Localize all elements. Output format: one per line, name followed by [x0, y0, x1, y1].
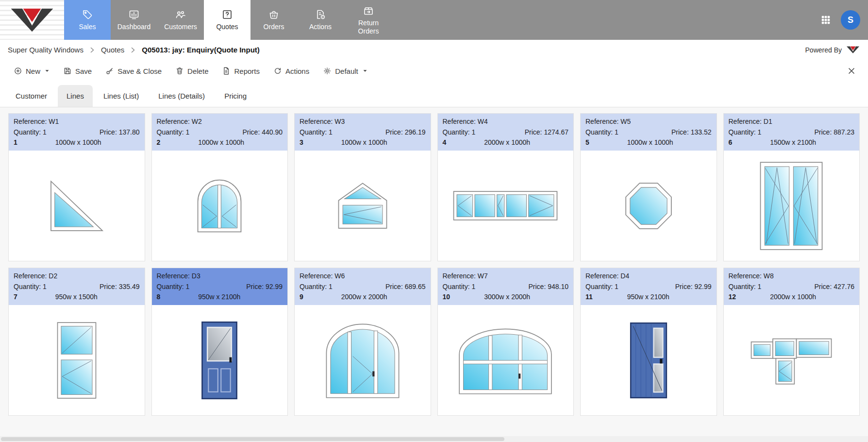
breadcrumb-link[interactable]: Quotes [101, 46, 124, 54]
nav-item-return-orders[interactable]: Return Orders [344, 0, 393, 40]
line-price: Price: 133.52 [671, 127, 712, 138]
product-drawing [9, 151, 145, 261]
dashboard-icon [128, 9, 140, 20]
line-number-size: 103000w x 2000h [443, 292, 569, 303]
line-qty-price: Quantity: 1Price: 689.65 [300, 282, 426, 292]
save-icon [63, 67, 72, 75]
powered-by: Powered By [805, 46, 860, 54]
key-icon [105, 67, 114, 75]
line-number-size: 61500w x 2100h [729, 137, 855, 148]
user-avatar[interactable]: S [841, 10, 860, 30]
line-dimensions: 2000w x 2000h [341, 292, 387, 303]
toolbar-new-button[interactable]: New [9, 64, 54, 78]
line-number: 8 [157, 293, 161, 301]
tab-pricing[interactable]: Pricing [216, 85, 255, 107]
powered-by-logo-icon [846, 46, 860, 54]
breadcrumb-link[interactable]: Super Quality Windows [8, 46, 83, 54]
quote-line-card[interactable]: Reference: W3Quantity: 1Price: 296.19310… [294, 113, 431, 261]
line-number: 3 [300, 138, 303, 146]
line-reference: Reference: W5 [585, 117, 712, 127]
orders-icon [268, 9, 280, 20]
line-number: 11 [585, 293, 593, 301]
apps-grid-icon[interactable] [820, 15, 831, 25]
tab-lines[interactable]: Lines [58, 85, 93, 107]
line-quantity: Quantity: 1 [729, 127, 762, 138]
line-quantity: Quantity: 1 [157, 282, 190, 292]
line-number: 10 [443, 293, 451, 301]
quote-line-card[interactable]: Reference: D3Quantity: 1Price: 92.998950… [151, 268, 288, 416]
line-qty-price: Quantity: 1Price: 1274.67 [443, 127, 569, 138]
line-reference: Reference: W4 [443, 117, 569, 127]
line-quantity: Quantity: 1 [585, 127, 618, 138]
chevron-right-icon [131, 47, 135, 53]
line-number-size: 51000w x 1000h [585, 137, 712, 148]
line-dimensions: 1000w x 1000h [627, 137, 673, 148]
toolbar-button-label: Delete [187, 67, 208, 75]
quote-line-card[interactable]: Reference: D1Quantity: 1Price: 887.23615… [723, 113, 860, 261]
quote-line-card[interactable]: Reference: W2Quantity: 1Price: 440.90210… [151, 113, 288, 261]
quote-line-card[interactable]: Reference: D4Quantity: 1Price: 92.991195… [580, 268, 717, 416]
app-window: SalesDashboardCustomersQuotesOrdersActio… [0, 0, 868, 442]
shape-t-shape [750, 334, 833, 387]
quote-line-card[interactable]: Reference: D2Quantity: 1Price: 335.49795… [8, 268, 145, 416]
tab-customer[interactable]: Customer [7, 85, 56, 107]
toolbar-button-label: Save [75, 67, 92, 75]
line-dimensions: 1000w x 1000h [198, 137, 244, 148]
tab-lines-list[interactable]: Lines (List) [95, 85, 148, 107]
nav-item-label: Return Orders [349, 19, 388, 34]
horizontal-scrollbar[interactable] [0, 436, 868, 442]
nav-item-orders[interactable]: Orders [250, 0, 297, 40]
line-number: 6 [729, 138, 733, 146]
toolbar-reports-button[interactable]: Reports [217, 64, 265, 78]
product-drawing [581, 305, 717, 415]
nav-item-dashboard[interactable]: Dashboard [111, 0, 157, 40]
toolbar-save-close-button[interactable]: Save & Close [100, 64, 167, 78]
quote-line-card[interactable]: Reference: W8Quantity: 1Price: 427.76122… [723, 268, 860, 416]
line-quantity: Quantity: 1 [729, 282, 762, 292]
logo-mark-icon [8, 6, 56, 34]
toolbar-actions-button[interactable]: Actions [268, 64, 314, 78]
app-logo[interactable] [0, 0, 64, 40]
line-price: Price: 440.90 [243, 127, 283, 138]
nav-item-actions[interactable]: Actions [297, 0, 344, 40]
line-reference: Reference: D1 [729, 117, 855, 127]
quote-line-card[interactable]: Reference: W1Quantity: 1Price: 137.80110… [8, 113, 145, 261]
quote-line-card[interactable]: Reference: W7Quantity: 1Price: 948.10103… [437, 268, 574, 416]
line-reference: Reference: W2 [157, 117, 283, 127]
tab-lines-details[interactable]: Lines (Details) [150, 85, 214, 107]
quote-line-card[interactable]: Reference: W5Quantity: 1Price: 133.52510… [580, 113, 717, 261]
line-reference: Reference: D2 [14, 271, 140, 282]
line-quantity: Quantity: 1 [300, 127, 333, 138]
actions-icon [315, 9, 326, 20]
product-drawing [724, 151, 860, 261]
toolbar-delete-button[interactable]: Delete [170, 64, 213, 78]
product-drawing [581, 151, 717, 261]
quote-line-header: Reference: W1Quantity: 1Price: 137.80110… [9, 114, 145, 151]
quote-line-header: Reference: W7Quantity: 1Price: 948.10103… [438, 268, 574, 305]
line-quantity: Quantity: 1 [300, 282, 333, 292]
nav-item-customers[interactable]: Customers [157, 0, 204, 40]
shape-tall-double [759, 161, 823, 251]
line-qty-price: Quantity: 1Price: 440.90 [157, 127, 283, 138]
line-quantity: Quantity: 1 [443, 282, 476, 292]
quote-line-card[interactable]: Reference: W4Quantity: 1Price: 1274.6742… [437, 113, 574, 261]
main-nav-items: SalesDashboardCustomersQuotesOrdersActio… [64, 0, 393, 40]
product-drawing [295, 305, 431, 415]
quote-line-header: Reference: D1Quantity: 1Price: 887.23615… [724, 114, 860, 151]
close-icon[interactable] [846, 65, 857, 77]
product-drawing [724, 305, 860, 415]
nav-item-quotes[interactable]: Quotes [204, 0, 250, 40]
shape-pentagon [337, 182, 388, 230]
scrollbar-thumb[interactable] [1, 437, 504, 441]
line-qty-price: Quantity: 1Price: 137.80 [14, 127, 140, 138]
line-quantity: Quantity: 1 [585, 282, 618, 292]
toolbar-save-button[interactable]: Save [58, 64, 97, 78]
quote-lines-grid: Reference: W1Quantity: 1Price: 137.80110… [0, 107, 868, 436]
nav-item-sales[interactable]: Sales [64, 0, 111, 40]
quote-line-header: Reference: D3Quantity: 1Price: 92.998950… [152, 268, 288, 305]
toolbar-default-button[interactable]: Default [318, 64, 372, 78]
quote-line-card[interactable]: Reference: W6Quantity: 1Price: 689.65920… [294, 268, 431, 416]
toolbar-button-label: Save & Close [117, 67, 162, 75]
shape-triangle [50, 180, 104, 232]
line-dimensions: 950w x 2100h [627, 292, 669, 303]
